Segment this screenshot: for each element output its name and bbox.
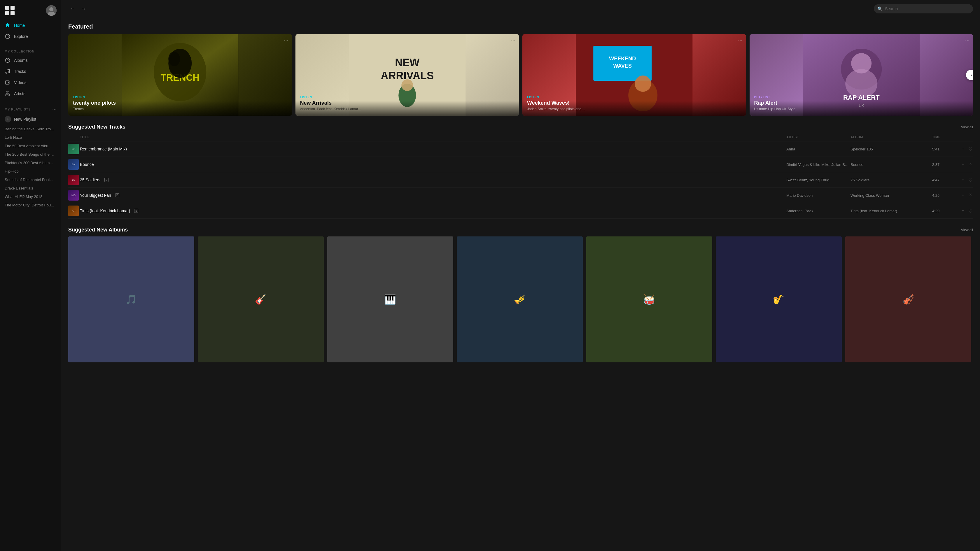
featured-card-rap[interactable]: RAP ALERT UK PLAYLIST Rap Alert Ultimate… — [749, 34, 973, 116]
featured-more-waves[interactable]: ··· — [738, 38, 742, 44]
sidebar-item-artists[interactable]: Artists — [0, 88, 61, 99]
table-row[interactable]: AP Tints (feat. Kendrick Lamar)E Anderso… — [68, 203, 973, 219]
playlist-item[interactable]: Drake Essentials — [0, 184, 61, 192]
featured-section-title: Featured — [68, 23, 973, 30]
featured-title-waves: Weekend Waves! — [527, 100, 741, 106]
album-thumbnail: 🎵 — [68, 237, 194, 362]
favorite-button[interactable]: ♡ — [968, 192, 973, 199]
svg-text:WEEKEND: WEEKEND — [609, 56, 636, 62]
playlist-item[interactable]: The 50 Best Ambient Albu... — [0, 142, 61, 150]
playlist-list: Behind the Decks: Seth Tro...Lo-fi HazeT… — [0, 125, 61, 209]
track-name: Your Biggest Fan — [80, 193, 111, 198]
track-thumbnail: BN — [68, 159, 79, 170]
album-card[interactable]: 🎵 — [68, 237, 194, 364]
track-actions: + ♡ — [956, 208, 973, 214]
col-artist: ARTIST — [786, 135, 851, 139]
new-playlist-button[interactable]: + New Playlist — [0, 114, 61, 125]
table-row[interactable]: BN Bounce Dimitri Vegas & Like Mike, Jul… — [68, 157, 973, 172]
videos-label: Videos — [14, 80, 27, 85]
track-title-cell: Bounce — [80, 162, 786, 167]
featured-card-trench[interactable]: TRENCH LISTEN twenty one pilots Trench ·… — [68, 34, 292, 116]
table-row[interactable]: SP Remembrance (Main Mix) Anna Speicher … — [68, 141, 973, 157]
albums-view-all[interactable]: View all — [961, 228, 973, 232]
album-card[interactable]: 🎷 — [716, 237, 842, 364]
tracks-table-header: TITLE ARTIST ALBUM TIME — [68, 133, 973, 141]
nav-arrows: ← → — [68, 5, 88, 13]
sidebar: Home Explore MY COLLECTION Albums — [0, 0, 61, 551]
featured-card-waves[interactable]: WEEKEND WAVES LISTEN Weekend Waves! Jade… — [522, 34, 746, 116]
user-avatar[interactable] — [46, 5, 57, 16]
featured-more-arrivals[interactable]: ··· — [511, 38, 515, 44]
album-card[interactable]: 🎸 — [198, 237, 324, 364]
featured-subtitle-trench: Trench — [73, 107, 287, 111]
featured-subtitle-rap: Ultimate Hip-Hop UK Style — [754, 107, 969, 111]
playlist-item[interactable]: Behind the Decks: Seth Tro... — [0, 125, 61, 133]
svg-rect-3 — [11, 11, 14, 15]
forward-button[interactable]: → — [80, 5, 88, 13]
albums-section-header: Suggested New Albums View all — [68, 227, 973, 233]
sidebar-item-albums[interactable]: Albums — [0, 55, 61, 66]
sidebar-item-videos[interactable]: Videos — [0, 77, 61, 88]
featured-type-rap: PLAYLIST — [754, 95, 969, 99]
table-row[interactable]: MD Your Biggest FanE Marie Davidson Work… — [68, 188, 973, 203]
playlist-item[interactable]: Lo-fi Haze — [0, 133, 61, 142]
favorite-button[interactable]: ♡ — [968, 208, 973, 214]
playlist-item[interactable]: The Motor City: Detroit Hou... — [0, 201, 61, 209]
playlist-item[interactable]: Hip-Hop — [0, 167, 61, 176]
home-icon — [5, 22, 11, 28]
featured-more-trench[interactable]: ··· — [284, 38, 288, 44]
album-card[interactable]: 🎺 — [457, 237, 583, 364]
tracks-section-title: Suggested New Tracks — [68, 124, 126, 130]
featured-type-trench: LISTEN — [73, 95, 287, 99]
add-to-playlist-button[interactable]: + — [961, 208, 965, 214]
track-artist: Dimitri Vegas & Like Mike, Julian Banks,… — [786, 162, 851, 167]
featured-card-waves-content: LISTEN Weekend Waves! Jaden Smith, twent… — [522, 91, 746, 116]
playlist-item[interactable]: The 200 Best Songs of the ... — [0, 150, 61, 159]
add-to-playlist-button[interactable]: + — [961, 192, 965, 198]
table-row[interactable]: 25 25 SoldiersE Swizz Beatz, Young Thug … — [68, 172, 973, 188]
add-to-playlist-button[interactable]: + — [961, 161, 965, 168]
album-card[interactable]: 🥁 — [586, 237, 712, 364]
album-card[interactable]: 🎹 — [327, 237, 453, 364]
search-input[interactable] — [874, 4, 973, 13]
featured-type-arrivals: LISTEN — [300, 95, 514, 99]
collection-nav: Albums Tracks Videos — [0, 55, 61, 103]
sidebar-item-explore[interactable]: Explore — [0, 31, 61, 42]
track-thumbnail: 25 — [68, 175, 79, 185]
svg-rect-0 — [5, 6, 10, 10]
playlist-item[interactable]: What Hi-Fi? May 2018 — [0, 192, 61, 201]
app-logo[interactable] — [5, 5, 15, 16]
album-card[interactable]: 🎻 — [845, 237, 971, 364]
favorite-button[interactable]: ♡ — [968, 177, 973, 183]
track-time: 4:47 — [932, 178, 956, 182]
track-time: 4:29 — [932, 209, 956, 213]
playlists-more-button[interactable]: ··· — [52, 107, 57, 112]
col-actions — [956, 135, 973, 139]
svg-rect-1 — [11, 6, 14, 10]
featured-more-rap[interactable]: ··· — [965, 38, 969, 44]
add-to-playlist-button[interactable]: + — [961, 146, 965, 152]
main-nav: Home Explore — [0, 20, 61, 46]
album-thumbnail: 🎺 — [457, 237, 583, 362]
sidebar-item-tracks[interactable]: Tracks — [0, 66, 61, 77]
favorite-button[interactable]: ♡ — [968, 146, 973, 152]
content-area: Featured TRENCH — [61, 17, 980, 551]
main-content: ← → 🔍 Featured — [61, 0, 980, 551]
add-icon: + — [5, 116, 11, 122]
col-num — [68, 135, 80, 139]
favorite-button[interactable]: ♡ — [968, 161, 973, 168]
svg-point-26 — [401, 79, 413, 91]
track-thumbnail: SP — [68, 144, 79, 154]
tracks-view-all[interactable]: View all — [961, 125, 973, 129]
featured-card-trench-content: LISTEN twenty one pilots Trench — [68, 91, 292, 116]
playlist-item[interactable]: Sounds of Dekmantel Festi... — [0, 176, 61, 184]
track-actions: + ♡ — [956, 146, 973, 152]
add-to-playlist-button[interactable]: + — [961, 177, 965, 183]
tracks-list: SP Remembrance (Main Mix) Anna Speicher … — [68, 141, 973, 219]
col-time: TIME — [932, 135, 956, 139]
playlist-item[interactable]: Pitchfork's 200 Best Album... — [0, 159, 61, 167]
featured-title-rap: Rap Alert — [754, 100, 969, 106]
sidebar-item-home[interactable]: Home — [0, 20, 61, 31]
back-button[interactable]: ← — [68, 5, 77, 13]
featured-card-arrivals[interactable]: NEW ARRIVALS LISTEN New Arrivals Anderso… — [296, 34, 519, 116]
